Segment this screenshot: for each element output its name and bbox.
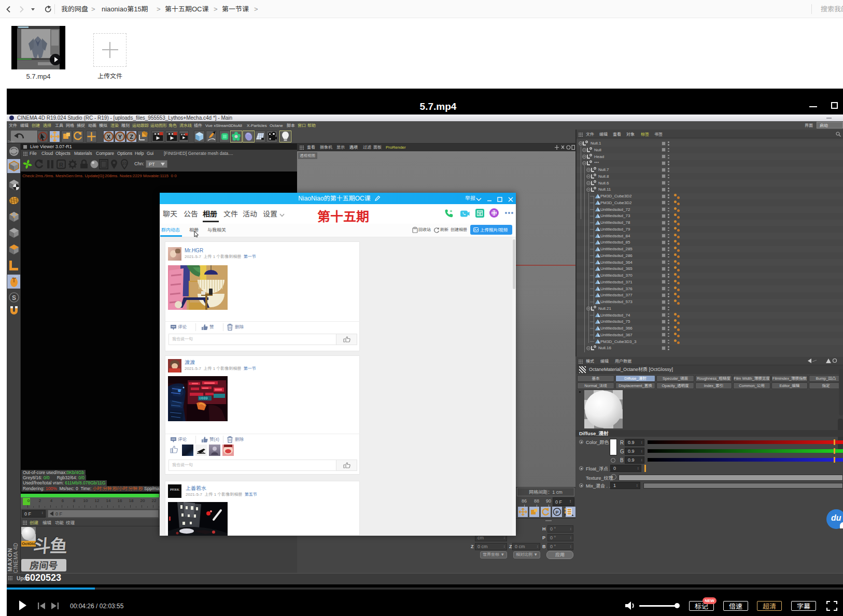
svg-text:S: S xyxy=(12,294,16,302)
svg-text:X: X xyxy=(107,134,111,140)
svg-text:10: 10 xyxy=(122,161,127,166)
svg-text:U089: U089 xyxy=(199,396,208,400)
svg-text:R: R xyxy=(59,162,63,168)
svg-text:P: P xyxy=(555,510,558,515)
svg-text:Y: Y xyxy=(118,134,122,140)
svg-text:Z: Z xyxy=(130,134,133,140)
